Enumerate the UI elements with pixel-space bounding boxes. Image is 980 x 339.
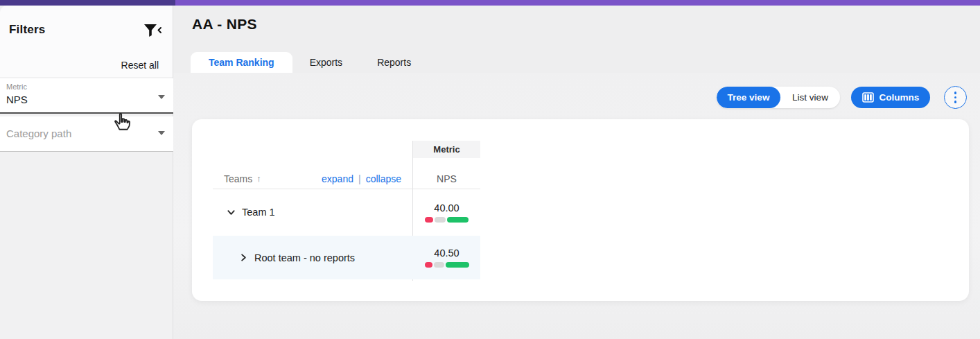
teams-column-header[interactable]: Teams ↑ (224, 173, 261, 184)
vertical-ellipsis-icon (954, 92, 957, 103)
metric-cell: 40.00 (413, 189, 480, 236)
metric-group-header: Metric (413, 141, 480, 158)
team-cell[interactable]: Team 1 (213, 189, 412, 236)
table-row[interactable]: Root team - no reports 40.50 (213, 236, 480, 279)
team-name: Root team - no reports (254, 252, 355, 263)
table-row[interactable]: Team 1 40.00 (213, 189, 480, 236)
columns-icon (862, 92, 874, 103)
team-name: Team 1 (242, 207, 275, 218)
metric-select-value: NPS (6, 94, 28, 105)
bar-detractors (425, 217, 433, 223)
list-view-button[interactable]: List view (780, 87, 840, 108)
page-title: AA - NPS (192, 16, 257, 33)
dropdown-caret-icon (158, 131, 165, 135)
columns-button[interactable]: Columns (851, 87, 930, 108)
nps-distribution-bar (425, 217, 469, 223)
bar-promoters (447, 217, 469, 223)
chevron-down-icon[interactable] (227, 208, 236, 217)
bar-detractors (425, 262, 432, 268)
expand-all-link[interactable]: expand (322, 173, 353, 184)
dropdown-caret-icon (158, 95, 165, 99)
tab-exports[interactable]: Exports (292, 52, 360, 73)
tree-view-button[interactable]: Tree view (717, 87, 780, 108)
collapse-filters-button[interactable] (142, 22, 163, 40)
team-ranking-card: Metric Teams ↑ expand | collapse NPS (192, 119, 969, 301)
expand-collapse-links: expand | collapse (322, 173, 401, 184)
team-ranking-table: Metric Teams ↑ expand | collapse NPS (213, 141, 480, 281)
category-path-placeholder: Category path (6, 128, 71, 139)
top-accent-bar (0, 0, 980, 6)
bar-passives (434, 262, 444, 268)
tab-reports[interactable]: Reports (360, 52, 428, 73)
nps-distribution-bar (425, 262, 469, 268)
metric-select[interactable]: Metric NPS (0, 78, 173, 114)
columns-button-label: Columns (880, 92, 920, 103)
reset-all-button[interactable]: Reset all (121, 60, 159, 71)
tab-team-ranking[interactable]: Team Ranking (191, 52, 292, 73)
nps-column-header: NPS (413, 168, 480, 189)
filters-sidebar: Filters Reset all Metric NPS Category pa… (0, 6, 173, 339)
bar-promoters (446, 262, 469, 268)
nps-value: 40.00 (434, 202, 459, 214)
top-accent-bar-left (0, 0, 175, 6)
metric-cell: 40.50 (413, 236, 480, 279)
funnel-collapse-icon (143, 22, 162, 39)
metric-select-label: Metric (6, 82, 27, 91)
filters-title: Filters (9, 23, 45, 37)
link-separator: | (358, 173, 361, 184)
top-accent-bar-right (175, 0, 980, 6)
more-options-button[interactable] (944, 86, 967, 109)
filters-header: Filters Reset all (0, 6, 173, 77)
tab-bar: Team Ranking Exports Reports (191, 52, 428, 73)
teams-header-label: Teams (224, 173, 252, 184)
page-header: AA - NPS Team Ranking Exports Reports (173, 6, 980, 73)
nps-value: 40.50 (434, 247, 459, 259)
table-header-row: Teams ↑ expand | collapse (213, 168, 412, 189)
view-toggle: Tree view List view (717, 87, 840, 108)
collapse-all-link[interactable]: collapse (366, 173, 401, 184)
content-area: Tree view List view Columns Metric Teams… (173, 73, 980, 339)
team-cell[interactable]: Root team - no reports (213, 236, 412, 279)
chevron-right-icon[interactable] (239, 253, 248, 262)
sort-asc-icon: ↑ (256, 173, 261, 184)
bar-passives (435, 217, 446, 223)
toolbar: Tree view List view Columns (173, 86, 980, 110)
category-path-select[interactable]: Category path (0, 116, 173, 152)
